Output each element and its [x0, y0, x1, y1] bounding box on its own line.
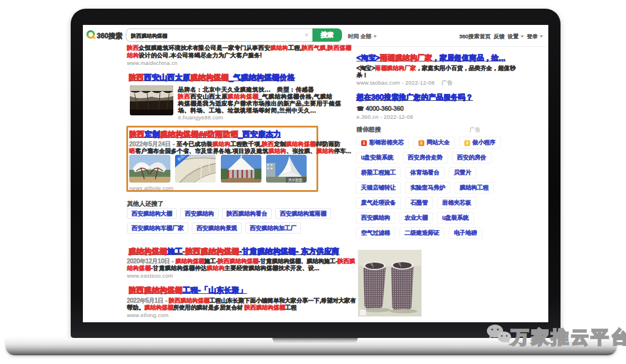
svg-text:共9张图: 共9张图 — [288, 178, 303, 183]
